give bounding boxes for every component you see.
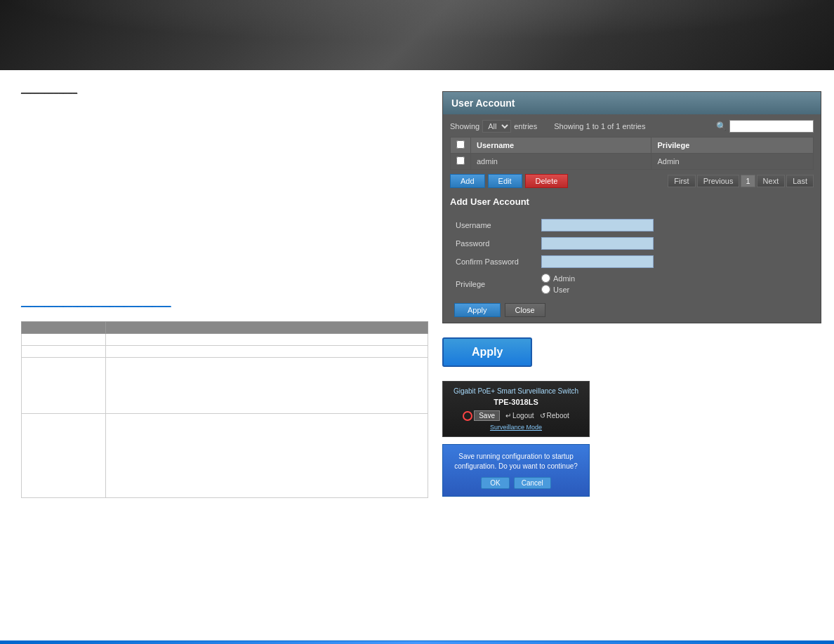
action-buttons: Add Edit Delete First Previous 1 Next La… (450, 174, 814, 188)
table-row (22, 346, 428, 358)
first-button[interactable]: First (668, 175, 695, 187)
row-checkbox[interactable] (456, 156, 465, 165)
privilege-cell: Admin (651, 154, 814, 170)
showing-row: Showing All 10 25 50 entries Showing 1 t… (450, 120, 814, 133)
confirm-buttons: OK Cancel (450, 477, 582, 489)
surveillance-mode-link[interactable]: Surveillance Mode (450, 424, 582, 431)
table-header-username: Username (471, 137, 651, 154)
device-reboot[interactable]: ↺ Reboot (540, 412, 569, 420)
showing-label: Showing (450, 122, 479, 130)
device-logout[interactable]: ↵ Logout (505, 412, 534, 420)
username-cell: admin (471, 154, 651, 170)
entries-label: entries (514, 122, 537, 130)
table-header-checkbox (451, 137, 471, 154)
privilege-label: Privilege (451, 271, 536, 296)
logout-icon: ↵ (505, 412, 511, 420)
admin-radio-label[interactable]: Admin (541, 274, 808, 283)
page-number: 1 (741, 175, 755, 187)
account-table: Username Privilege admin Admin (450, 137, 814, 170)
select-all-checkbox[interactable] (456, 140, 465, 149)
device-title: Gigabit PoE+ Smart Surveillance Switch (450, 387, 582, 395)
cancel-button[interactable]: Cancel (514, 477, 551, 489)
form-apply-button[interactable]: Apply (454, 303, 501, 317)
username-label: Username (451, 217, 536, 234)
link-text[interactable]: ________________________________ (21, 297, 428, 307)
footer-bar (0, 641, 834, 644)
table-row (22, 334, 428, 346)
last-button[interactable]: Last (786, 175, 814, 187)
username-input[interactable] (541, 219, 654, 232)
save-confirm-message: Save running configuration to startup co… (450, 452, 582, 471)
user-radio-label[interactable]: User (541, 285, 808, 294)
action-btn-group: Add Edit Delete (450, 174, 568, 188)
search-icon: 🔍 (716, 121, 727, 131)
user-account-title: User Account (443, 92, 821, 114)
right-panel: User Account Showing All 10 25 50 entrie… (442, 84, 821, 498)
table-header-col1 (22, 322, 106, 334)
add-user-form: Username Password Confirm Password Privi… (450, 215, 814, 297)
table-row (22, 414, 428, 498)
admin-radio[interactable] (541, 274, 550, 283)
device-model: TPE-3018LS (450, 398, 582, 406)
previous-button[interactable]: Previous (697, 175, 740, 187)
device-save-button[interactable]: Save (474, 410, 500, 421)
confirm-password-input[interactable] (541, 255, 654, 268)
table-row: admin Admin (451, 154, 814, 170)
edit-button[interactable]: Edit (488, 174, 522, 188)
ok-button[interactable]: OK (481, 477, 509, 489)
admin-label: Admin (553, 274, 575, 283)
underline-label: ____________ (21, 84, 428, 94)
table-row (22, 358, 428, 414)
next-button[interactable]: Next (757, 175, 786, 187)
add-user-title: Add User Account (450, 194, 814, 210)
add-button[interactable]: Add (450, 174, 485, 188)
user-label: User (553, 286, 569, 294)
entries-select[interactable]: All 10 25 50 (482, 120, 511, 133)
search-box: 🔍 (716, 120, 814, 133)
pagination: First Previous 1 Next Last (668, 175, 814, 187)
device-image: Gigabit PoE+ Smart Surveillance Switch T… (442, 381, 590, 437)
save-circle-icon (463, 411, 472, 421)
header-banner (0, 0, 834, 70)
search-input[interactable] (729, 120, 814, 133)
form-close-button[interactable]: Close (505, 303, 545, 317)
privilege-radio-group: Admin User (541, 274, 808, 294)
save-confirm-dialog: Save running configuration to startup co… (442, 444, 590, 497)
table-header-privilege: Privilege (651, 137, 814, 154)
user-account-box: User Account Showing All 10 25 50 entrie… (442, 91, 821, 323)
password-input[interactable] (541, 237, 654, 250)
big-apply-button[interactable]: Apply (442, 337, 532, 367)
showing-info: Showing 1 to 1 of 1 entries (554, 122, 645, 130)
password-label: Password (451, 235, 536, 252)
reboot-icon: ↺ (540, 412, 545, 420)
device-buttons: Save ↵ Logout ↺ Reboot (450, 410, 582, 421)
confirm-password-label: Confirm Password (451, 253, 536, 270)
form-buttons: Apply Close (450, 303, 814, 317)
table-header-col2 (106, 322, 428, 334)
data-table (21, 321, 428, 498)
left-panel: ____________ ___________________________… (21, 84, 428, 498)
user-radio[interactable] (541, 285, 550, 294)
delete-button[interactable]: Delete (525, 174, 569, 188)
